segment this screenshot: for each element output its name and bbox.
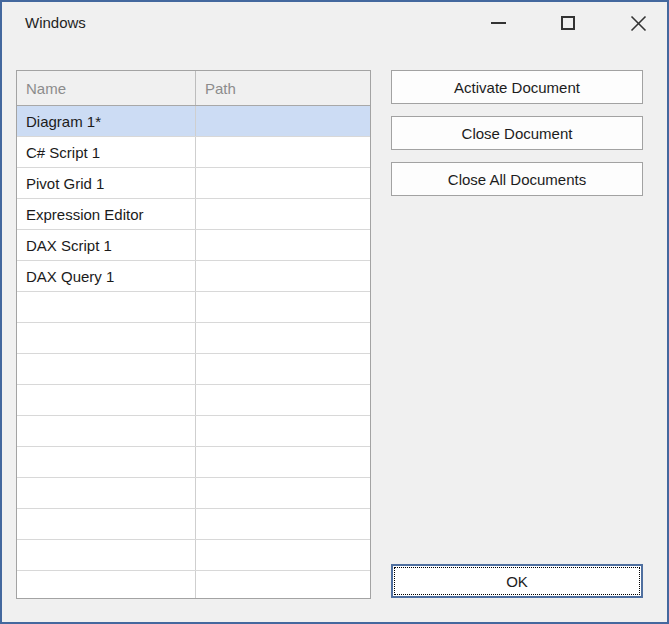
cell-name[interactable]: DAX Query 1 — [17, 261, 196, 291]
table-row[interactable] — [17, 571, 370, 599]
cell-name[interactable] — [17, 540, 196, 570]
table-row[interactable] — [17, 292, 370, 323]
maximize-icon — [561, 16, 575, 30]
column-header-path[interactable]: Path — [196, 71, 370, 105]
table-row[interactable] — [17, 540, 370, 571]
cell-path[interactable] — [196, 106, 370, 136]
cell-name[interactable]: DAX Script 1 — [17, 230, 196, 260]
close-all-documents-button[interactable]: Close All Documents — [391, 162, 643, 196]
cell-path[interactable] — [196, 261, 370, 291]
caption-controls — [475, 6, 661, 40]
table-row[interactable]: DAX Script 1 — [17, 230, 370, 261]
cell-name[interactable] — [17, 292, 196, 322]
maximize-button[interactable] — [545, 6, 591, 40]
title-bar: Windows — [0, 0, 669, 46]
cell-name[interactable]: C# Script 1 — [17, 137, 196, 167]
table-row[interactable] — [17, 354, 370, 385]
table-row[interactable] — [17, 416, 370, 447]
close-document-button[interactable]: Close Document — [391, 116, 643, 150]
cell-path[interactable] — [196, 230, 370, 260]
cell-name[interactable] — [17, 509, 196, 539]
cell-name[interactable] — [17, 323, 196, 353]
cell-path[interactable] — [196, 478, 370, 508]
windows-dialog: Windows Name Path Diagram 1* — [0, 0, 669, 624]
table-row[interactable]: C# Script 1 — [17, 137, 370, 168]
ok-button[interactable]: OK — [391, 564, 643, 598]
documents-table: Name Path Diagram 1*C# Script 1Pivot Gri… — [16, 70, 371, 599]
cell-path[interactable] — [196, 416, 370, 446]
table-row[interactable] — [17, 447, 370, 478]
close-button[interactable] — [615, 6, 661, 40]
cell-path[interactable] — [196, 540, 370, 570]
cell-path[interactable] — [196, 447, 370, 477]
table-row[interactable]: DAX Query 1 — [17, 261, 370, 292]
window-title: Windows — [25, 14, 86, 31]
cell-path[interactable] — [196, 385, 370, 415]
cell-path[interactable] — [196, 292, 370, 322]
cell-name[interactable] — [17, 447, 196, 477]
column-header-name[interactable]: Name — [17, 71, 196, 105]
table-row[interactable] — [17, 478, 370, 509]
cell-name[interactable] — [17, 571, 196, 599]
cell-name[interactable] — [17, 416, 196, 446]
table-row[interactable] — [17, 385, 370, 416]
cell-path[interactable] — [196, 199, 370, 229]
activate-document-button[interactable]: Activate Document — [391, 70, 643, 104]
table-body: Diagram 1*C# Script 1Pivot Grid 1Express… — [17, 106, 370, 599]
cell-path[interactable] — [196, 509, 370, 539]
cell-path[interactable] — [196, 323, 370, 353]
minimize-icon — [491, 22, 506, 24]
cell-name[interactable] — [17, 478, 196, 508]
cell-path[interactable] — [196, 571, 370, 599]
minimize-button[interactable] — [475, 6, 521, 40]
table-row[interactable] — [17, 323, 370, 354]
cell-name[interactable] — [17, 354, 196, 384]
cell-path[interactable] — [196, 168, 370, 198]
close-icon — [630, 15, 647, 32]
table-row[interactable]: Diagram 1* — [17, 106, 370, 137]
table-header: Name Path — [17, 71, 370, 106]
cell-name[interactable]: Diagram 1* — [17, 106, 196, 136]
cell-name[interactable]: Pivot Grid 1 — [17, 168, 196, 198]
table-row[interactable]: Pivot Grid 1 — [17, 168, 370, 199]
table-row[interactable]: Expression Editor — [17, 199, 370, 230]
cell-path[interactable] — [196, 137, 370, 167]
cell-name[interactable] — [17, 385, 196, 415]
cell-path[interactable] — [196, 354, 370, 384]
table-row[interactable] — [17, 509, 370, 540]
cell-name[interactable]: Expression Editor — [17, 199, 196, 229]
